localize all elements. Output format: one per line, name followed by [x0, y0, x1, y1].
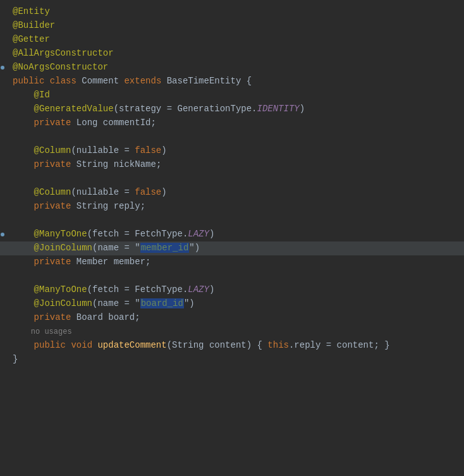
- code-line: [0, 269, 464, 283]
- token-keyword: private: [34, 118, 71, 128]
- token-field-name: reply: [294, 340, 321, 350]
- token-string-highlight: member_id: [140, 243, 190, 253]
- token-keyword: class: [50, 76, 76, 86]
- token-plain: (: [114, 104, 119, 114]
- token-plain: [13, 243, 34, 253]
- code-line: @Column(nullable = false): [0, 144, 464, 158]
- token-plain: =: [119, 229, 135, 239]
- token-annotation: @Column: [34, 187, 71, 197]
- gutter: [0, 66, 5, 70]
- token-plain: [108, 257, 113, 267]
- token-plain: =: [119, 284, 135, 295]
- token-plain: =: [321, 340, 336, 350]
- token-field-name: commentId: [103, 118, 151, 128]
- token-plain: ): [161, 145, 166, 156]
- line-content: @JoinColumn(name = "board_id"): [5, 297, 464, 310]
- line-content: @ManyToOne(fetch = FetchType.LAZY): [5, 283, 464, 296]
- token-plain: [13, 187, 34, 197]
- token-field-name: member: [114, 257, 145, 267]
- code-line: private Long commentId;: [0, 116, 464, 130]
- token-plain: [44, 76, 49, 86]
- token-plain: .: [252, 104, 257, 114]
- token-plain: [13, 312, 34, 322]
- code-line: }: [0, 353, 464, 367]
- line-content: private Member member;: [5, 255, 464, 269]
- token-annotation: @NoArgsConstructor: [13, 62, 108, 72]
- token-plain: ;: [135, 312, 140, 322]
- token-type-name: Member: [76, 257, 108, 267]
- token-plain: =: [119, 145, 135, 156]
- token-plain: (: [71, 187, 76, 197]
- token-type-name: FetchType: [135, 229, 183, 239]
- token-annotation: @Builder: [13, 20, 55, 30]
- code-line: @ManyToOne(fetch = FetchType.LAZY): [0, 283, 464, 297]
- code-line: [0, 214, 464, 228]
- gutter-dot: [1, 66, 4, 70]
- code-line: private Member member;: [0, 255, 464, 269]
- token-no-usages: no usages: [13, 327, 72, 336]
- token-string-highlight: board_id: [140, 298, 184, 308]
- code-line: [0, 130, 464, 144]
- token-keyword: public: [34, 340, 66, 350]
- token-type-name: FetchType: [135, 284, 183, 295]
- token-plain: ): [195, 243, 200, 253]
- token-field-name: board: [108, 312, 135, 322]
- token-plain: [13, 298, 34, 308]
- token-class-name: Comment: [82, 76, 119, 86]
- token-plain: ): [300, 104, 305, 114]
- gutter-dot: [1, 233, 4, 236]
- token-annotation: @ManyToOne: [34, 284, 87, 295]
- token-field-name: content: [337, 340, 374, 350]
- line-content: }: [5, 353, 464, 366]
- line-content: private String nickName;: [5, 158, 464, 171]
- token-field-name: fetch: [92, 284, 119, 295]
- token-base-class: BaseTimeEntity: [167, 76, 241, 86]
- token-plain: (: [87, 229, 92, 239]
- token-plain: =: [119, 243, 135, 253]
- token-plain: [76, 76, 82, 86]
- token-field-name: nullable: [76, 145, 119, 156]
- line-content: @NoArgsConstructor: [5, 61, 464, 74]
- token-plain: [13, 229, 34, 239]
- token-annotation: @GeneratedValue: [34, 104, 114, 114]
- token-plain: [13, 257, 34, 267]
- token-keyword: false: [135, 145, 161, 156]
- line-content: private String reply;: [5, 200, 464, 213]
- line-content: private Long commentId;: [5, 116, 464, 130]
- token-type-name: GenerationType: [177, 104, 252, 114]
- line-content: no usages: [5, 325, 464, 338]
- token-annotation: @JoinColumn: [34, 298, 92, 308]
- token-plain: ": [135, 298, 140, 308]
- token-plain: [13, 159, 34, 169]
- token-plain: ;: [156, 159, 161, 169]
- token-plain: [13, 201, 34, 211]
- token-plain: (: [71, 145, 76, 156]
- token-plain: [13, 284, 34, 295]
- line-content: @Builder: [5, 19, 464, 32]
- code-line: @Getter: [0, 33, 464, 47]
- token-plain: [108, 159, 113, 169]
- token-annotation: @Id: [34, 90, 50, 100]
- token-keyword: private: [34, 159, 71, 169]
- line-content: private Board board;: [5, 311, 464, 324]
- token-plain: ): [209, 229, 214, 239]
- token-type-name: String: [76, 159, 108, 169]
- token-field-name: content: [209, 340, 247, 350]
- token-plain: [13, 90, 34, 100]
- token-plain: ;: [145, 257, 150, 267]
- token-field-name: reply: [114, 201, 140, 211]
- token-type-name: String: [76, 201, 108, 211]
- token-plain: ;: [150, 118, 156, 128]
- token-plain: {: [241, 76, 252, 86]
- token-plain: [97, 118, 102, 128]
- token-keyword: private: [34, 312, 71, 322]
- token-plain: [71, 257, 76, 267]
- token-plain: [71, 159, 76, 169]
- code-line: @Entity: [0, 5, 464, 19]
- code-line: @Id: [0, 88, 464, 102]
- token-plain: ": [189, 243, 194, 253]
- token-plain: [13, 118, 34, 128]
- code-line: @NoArgsConstructor: [0, 61, 464, 75]
- token-plain: =: [119, 298, 135, 308]
- token-plain: [13, 104, 34, 114]
